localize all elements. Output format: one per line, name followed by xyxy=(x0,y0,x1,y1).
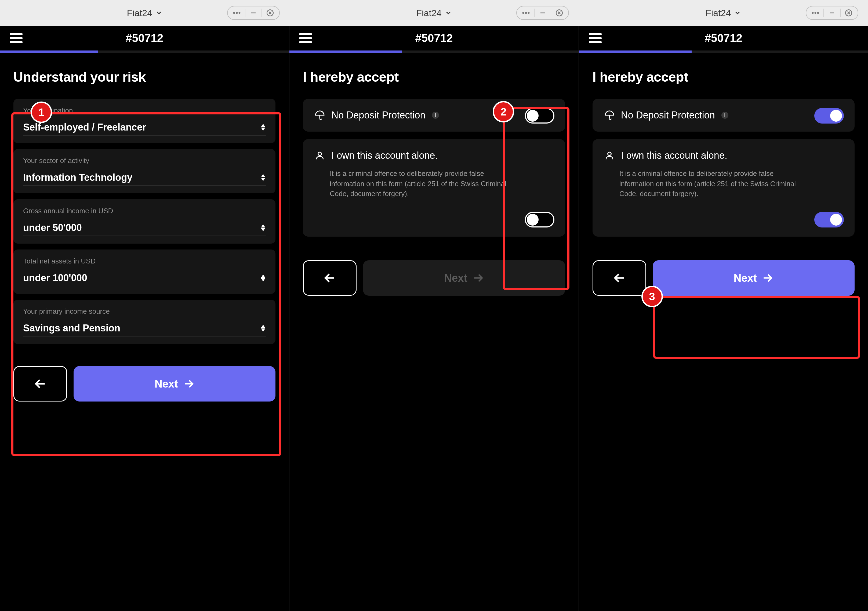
deposit-protection-toggle[interactable] xyxy=(525,108,555,124)
own-account-toggle[interactable] xyxy=(525,212,555,228)
field-value: under 50'000 xyxy=(23,222,82,233)
field-label: Your sector of activity xyxy=(23,157,266,165)
onboarding-progress xyxy=(290,51,578,53)
pane-risk-form: #50712 Understand your risk Your occupat… xyxy=(0,26,289,611)
info-icon[interactable]: i xyxy=(721,112,728,119)
user-icon xyxy=(315,150,325,161)
umbrella-icon xyxy=(604,110,615,120)
pane-accept-on: #50712 I hereby accept No Deposit Protec… xyxy=(578,26,868,611)
next-button[interactable]: Next xyxy=(74,366,276,402)
svg-marker-28 xyxy=(261,278,265,281)
sector-select[interactable]: Your sector of activity Information Tech… xyxy=(14,149,276,193)
onboarding-progress xyxy=(0,51,289,53)
back-button[interactable] xyxy=(303,260,356,296)
separator xyxy=(823,9,824,17)
separator xyxy=(262,9,262,17)
svg-marker-21 xyxy=(261,124,265,127)
updown-icon xyxy=(260,274,266,281)
chevron-down-icon xyxy=(155,9,163,16)
own-account-card: I own this account alone. It is a crimin… xyxy=(303,139,565,237)
close-button[interactable] xyxy=(845,9,853,17)
accept-item-subtitle: It is a criminal offence to deliberately… xyxy=(330,169,511,199)
separator xyxy=(551,9,551,17)
app-header: #50712 xyxy=(579,26,868,51)
more-menu-button[interactable] xyxy=(232,9,241,17)
svg-point-1 xyxy=(236,12,238,14)
page-title: Understand your risk xyxy=(14,69,276,85)
svg-marker-22 xyxy=(261,127,265,131)
svg-point-15 xyxy=(815,12,817,14)
deposit-protection-card: No Deposit Protection i xyxy=(592,99,854,132)
app-switcher[interactable]: Fiat24 xyxy=(416,8,452,18)
more-menu-button[interactable] xyxy=(522,9,530,17)
account-id-label: #50712 xyxy=(705,32,742,45)
window-topbar: Fiat24 Fiat24 xyxy=(0,0,868,26)
field-value: under 100'000 xyxy=(23,272,87,284)
accept-item-subtitle: It is a criminal offence to deliberately… xyxy=(619,169,801,199)
account-id-label: #50712 xyxy=(415,32,453,45)
svg-point-7 xyxy=(522,12,524,14)
updown-icon xyxy=(260,124,266,131)
minimize-button[interactable] xyxy=(249,9,258,17)
app-header: #50712 xyxy=(0,26,289,51)
income-select[interactable]: Gross annual income in USD under 50'000 xyxy=(14,199,276,243)
field-value: Savings and Pension xyxy=(23,323,120,334)
menu-button[interactable] xyxy=(299,33,312,43)
deposit-protection-toggle[interactable] xyxy=(814,108,844,124)
annotation-callout-2: 2 xyxy=(493,101,514,123)
page-title: I hereby accept xyxy=(592,69,854,85)
app-switcher[interactable]: Fiat24 xyxy=(705,8,741,18)
app-header: #50712 xyxy=(290,26,578,51)
field-label: Your primary income source xyxy=(23,307,266,316)
more-menu-button[interactable] xyxy=(811,9,820,17)
back-button[interactable] xyxy=(14,366,67,402)
next-button[interactable]: Next xyxy=(653,260,854,296)
back-button[interactable] xyxy=(592,260,646,296)
minimize-button[interactable] xyxy=(828,9,836,17)
topbar-section-3: Fiat24 xyxy=(578,0,868,26)
next-button-label: Next xyxy=(155,378,178,390)
user-icon xyxy=(604,150,615,161)
income-source-select[interactable]: Your primary income source Savings and P… xyxy=(14,300,276,344)
chevron-down-icon xyxy=(445,9,452,16)
own-account-card: I own this account alone. It is a crimin… xyxy=(592,139,854,237)
svg-marker-23 xyxy=(261,174,265,177)
svg-point-2 xyxy=(239,12,240,14)
field-label: Gross annual income in USD xyxy=(23,207,266,215)
onboarding-progress xyxy=(579,51,868,53)
own-account-toggle[interactable] xyxy=(814,212,844,228)
svg-marker-29 xyxy=(261,325,265,328)
topbar-section-2: Fiat24 xyxy=(290,0,579,26)
field-value: Self-employed / Freelancer xyxy=(23,122,146,133)
chevron-down-icon xyxy=(734,9,741,16)
svg-point-38 xyxy=(608,152,611,155)
page-title: I hereby accept xyxy=(303,69,565,85)
arrow-left-icon xyxy=(34,377,47,391)
updown-icon xyxy=(260,224,266,231)
svg-point-8 xyxy=(525,12,527,14)
app-name-label: Fiat24 xyxy=(705,8,731,18)
svg-point-34 xyxy=(318,152,322,155)
window-controls xyxy=(806,6,858,20)
separator xyxy=(840,9,841,17)
minimize-button[interactable] xyxy=(538,9,547,17)
next-button-label: Next xyxy=(444,272,467,284)
app-name-label: Fiat24 xyxy=(416,8,442,18)
occupation-select[interactable]: Your occupation Self-employed / Freelanc… xyxy=(14,99,276,143)
separator xyxy=(245,9,245,17)
svg-point-0 xyxy=(233,12,235,14)
separator xyxy=(534,9,535,17)
arrow-right-icon xyxy=(762,272,773,284)
next-button-label: Next xyxy=(733,272,757,284)
menu-button[interactable] xyxy=(589,33,602,43)
net-assets-select[interactable]: Total net assets in USD under 100'000 xyxy=(14,250,276,294)
deposit-protection-card: No Deposit Protection i xyxy=(303,99,565,132)
app-switcher[interactable]: Fiat24 xyxy=(127,8,163,18)
svg-point-16 xyxy=(817,12,819,14)
info-icon[interactable]: i xyxy=(432,112,439,119)
close-button[interactable] xyxy=(555,9,564,17)
pane-accept-off: #50712 I hereby accept No Deposit Protec… xyxy=(289,26,578,611)
menu-button[interactable] xyxy=(10,33,23,43)
app-name-label: Fiat24 xyxy=(127,8,152,18)
close-button[interactable] xyxy=(266,9,274,17)
